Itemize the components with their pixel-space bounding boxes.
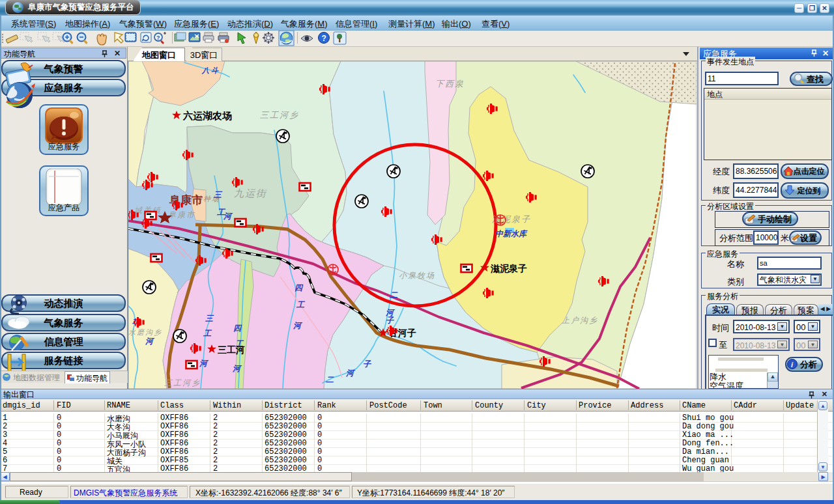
svg-text:滋泥泉子: 滋泥泉子 [490, 263, 527, 273]
svg-text:三工河乡: 三工河乡 [260, 110, 299, 120]
svg-text:六运湖农场: 六运湖农场 [182, 110, 232, 121]
svg-text:阜康市: 阜康市 [168, 210, 195, 219]
svg-text:子: 子 [386, 316, 394, 325]
svg-text:上户沟乡: 上户沟乡 [562, 316, 598, 325]
svg-text:水磨沟乡: 水磨沟乡 [128, 328, 162, 336]
svg-text:九运街: 九运街 [234, 188, 267, 199]
svg-text:?: ? [156, 35, 160, 41]
svg-text:三工河乡: 三工河乡 [164, 378, 201, 387]
svg-text:下西泉: 下西泉 [435, 79, 465, 89]
svg-text:小泉牧场: 小泉牧场 [399, 271, 435, 280]
svg-text:三: 三 [205, 314, 214, 323]
svg-text:四: 四 [233, 324, 242, 333]
svg-text:工: 工 [296, 300, 306, 309]
svg-text:四: 四 [295, 283, 304, 292]
svg-text:阜康市: 阜康市 [169, 193, 203, 206]
svg-text:中新水库: 中新水库 [495, 229, 528, 238]
svg-text:?: ? [322, 34, 326, 43]
svg-text:三工河: 三工河 [218, 344, 245, 355]
svg-text:子: 子 [363, 359, 371, 369]
svg-text:三: 三 [213, 190, 223, 199]
svg-text:工: 工 [203, 329, 212, 338]
svg-text:二: 二 [325, 375, 334, 384]
svg-text:八 斗: 八 斗 [201, 66, 219, 75]
svg-text:二: 二 [389, 290, 398, 300]
